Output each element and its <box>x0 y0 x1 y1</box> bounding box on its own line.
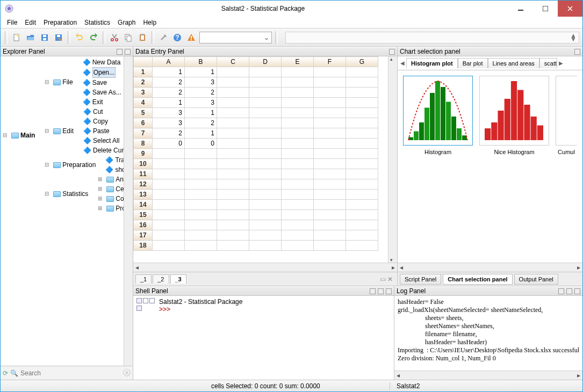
save-icon[interactable] <box>39 32 51 43</box>
chart-cat-scatter[interactable]: scatt <box>539 58 557 68</box>
svg-rect-39 <box>511 81 517 140</box>
maximize-button[interactable] <box>533 1 558 17</box>
chart-panel-title-text: Chart selection panel <box>400 48 460 55</box>
open-icon[interactable] <box>25 32 37 43</box>
thumb-cumulative[interactable]: Cumul <box>556 76 577 155</box>
tree-item-select-all[interactable]: 🔷Select All <box>83 136 124 146</box>
refresh-icon[interactable]: ⟳ <box>3 369 8 377</box>
tree-item-delete-row[interactable]: 🔷Delete Current Row <box>83 146 124 155</box>
panel-max-icon-s[interactable] <box>378 288 384 294</box>
sheet-tab-1[interactable]: _1 <box>135 274 152 284</box>
paste-icon[interactable] <box>136 32 148 43</box>
saveas-icon[interactable] <box>53 32 64 43</box>
chart-cat-next[interactable]: ▶ <box>557 57 565 69</box>
panel-pin-icon-l[interactable] <box>574 288 580 294</box>
svg-rect-8 <box>43 38 46 40</box>
gallery-hscrollbar[interactable]: ◂▸ <box>398 263 582 272</box>
tree-item-short-data[interactable]: 🔷short data <box>105 165 124 175</box>
tab-script-panel[interactable]: Script Panel <box>400 274 441 285</box>
panel-min-icon-s[interactable] <box>370 288 376 294</box>
grid-hscrollbar[interactable]: ◂▸ <box>133 263 397 272</box>
explorer-tree[interactable]: Main File 🔷New Data 🔷Open... 🔷Save 🔷Save… <box>1 56 124 366</box>
undo-icon[interactable] <box>74 32 85 43</box>
new-icon[interactable] <box>11 32 23 43</box>
panel-min-icon[interactable] <box>117 49 123 55</box>
menu-graph[interactable]: Graph <box>114 18 139 27</box>
tree-folder-edit[interactable]: Edit 🔷Cut 🔷Copy 🔷Paste 🔷Select All 🔷Dele… <box>45 107 124 155</box>
tree-item-save-as[interactable]: 🔷Save As... <box>83 88 121 97</box>
svg-rect-25 <box>419 122 424 140</box>
tree-item-cut[interactable]: 🔷Cut <box>83 107 124 117</box>
tree-item-new-data[interactable]: 🔷New Data <box>83 57 121 67</box>
tree-folder-file[interactable]: File 🔷New Data 🔷Open... 🔷Save 🔷Save As..… <box>45 57 124 107</box>
menu-statistics[interactable]: Statistics <box>81 18 113 27</box>
tree-scrollbar[interactable] <box>124 56 133 366</box>
svg-rect-20 <box>191 36 192 39</box>
minimize-button[interactable] <box>508 1 533 17</box>
tree-item-anova[interactable]: Anova functions <box>98 175 124 184</box>
tree-folder-preparation[interactable]: Preparation 🔷Transform Data 🔷short data <box>45 155 124 175</box>
log-panel: Log Panel hasHeader= False grid._loadXls… <box>394 286 582 380</box>
menu-help[interactable]: Help <box>140 18 160 27</box>
tree-item-process-control[interactable]: Process Control <box>98 204 124 213</box>
tree-root-main[interactable]: Main File 🔷New Data 🔷Open... 🔷Save 🔷Save… <box>3 57 124 213</box>
toolbar-grip <box>5 31 8 44</box>
data-grid[interactable]: ABCDEFG111223322413531632721800910111213… <box>133 56 378 251</box>
panel-pin-icon-s[interactable] <box>386 288 392 294</box>
panel-max-icon-2[interactable] <box>389 49 395 55</box>
svg-rect-7 <box>43 35 46 37</box>
warning-icon[interactable] <box>185 32 197 43</box>
panel-max-icon-l[interactable] <box>566 288 572 294</box>
formula-bar[interactable]: ▲▼ <box>285 32 579 43</box>
clear-search-icon[interactable]: ⓧ <box>123 368 131 378</box>
svg-rect-16 <box>141 35 144 40</box>
tree-item-central[interactable]: Central Tendency <box>98 184 124 194</box>
tab-chart-selection-panel[interactable]: Chart selection panel <box>443 274 512 285</box>
tree-item-transform[interactable]: 🔷Transform Data <box>105 155 124 165</box>
thumb-histogram[interactable]: Histogram <box>403 76 473 155</box>
log-hscrollbar[interactable]: ◂▸ <box>394 371 582 380</box>
log-body[interactable]: hasHeader= False grid._loadXls(sheetName… <box>394 296 582 371</box>
tree-item-open[interactable]: 🔷Open... <box>83 67 121 78</box>
svg-rect-35 <box>485 128 491 140</box>
tree-item-save[interactable]: 🔷Save <box>83 78 121 88</box>
menu-preparation[interactable]: Preparation <box>40 18 80 27</box>
settings-icon[interactable] <box>157 32 169 43</box>
grid-vscrollbar[interactable] <box>388 56 397 263</box>
sheet-tab-2[interactable]: _2 <box>153 274 169 284</box>
tree-folder-statistics[interactable]: Statistics Anova functions Central Tende… <box>45 175 124 213</box>
panel-max-icon-3[interactable] <box>574 49 580 55</box>
shell-panel-title: Shell Panel <box>133 286 394 296</box>
cut-icon[interactable] <box>109 32 120 43</box>
close-button[interactable] <box>558 1 582 17</box>
formula-stepper[interactable]: ▲▼ <box>570 34 577 41</box>
panel-max-icon[interactable] <box>125 49 131 55</box>
toolbar-sep-3 <box>152 31 154 44</box>
redo-icon[interactable] <box>88 32 99 43</box>
tree-item-correlation[interactable]: Correlation <box>98 194 124 204</box>
help-icon[interactable]: ? <box>171 32 183 43</box>
sheet-tab-3[interactable]: _3 <box>170 274 186 284</box>
menu-file[interactable]: File <box>4 18 20 27</box>
search-input[interactable] <box>20 369 121 377</box>
tree-item-exit[interactable]: 🔷Exit <box>83 97 121 107</box>
window-title: Salstat2 - Statistical Package <box>18 5 508 12</box>
panel-min-icon-l[interactable] <box>558 288 564 294</box>
copy-icon[interactable] <box>123 32 134 43</box>
chart-thumbnails: Histogram Nice Histogram <box>398 70 582 161</box>
tree-item-paste[interactable]: 🔷Paste <box>83 126 124 136</box>
chart-cat-bar[interactable]: Bar plot <box>458 58 488 68</box>
chart-cat-histogram[interactable]: Histogram plot <box>406 58 458 68</box>
svg-rect-10 <box>57 35 60 37</box>
toolbar-combo[interactable]: ⌄ <box>199 32 272 43</box>
menu-edit[interactable]: Edit <box>21 18 39 27</box>
shell-body[interactable]: Salstat2 - Statistical Package >>> <box>133 296 394 380</box>
chart-cat-lines[interactable]: Lines and areas <box>488 58 539 68</box>
menubar: File Edit Preparation Statistics Graph H… <box>1 17 582 28</box>
chart-cat-prev[interactable]: ◀ <box>399 57 406 69</box>
thumb-nice-histogram[interactable]: Nice Histogram <box>479 76 549 155</box>
tree-item-copy[interactable]: 🔷Copy <box>83 117 124 126</box>
sheet-tabs: _1 _2 _3 ▭ ✕ <box>133 272 397 286</box>
tab-output-panel[interactable]: Output Panel <box>514 274 558 285</box>
sheet-close-icon[interactable]: ▭ ✕ <box>380 275 393 283</box>
